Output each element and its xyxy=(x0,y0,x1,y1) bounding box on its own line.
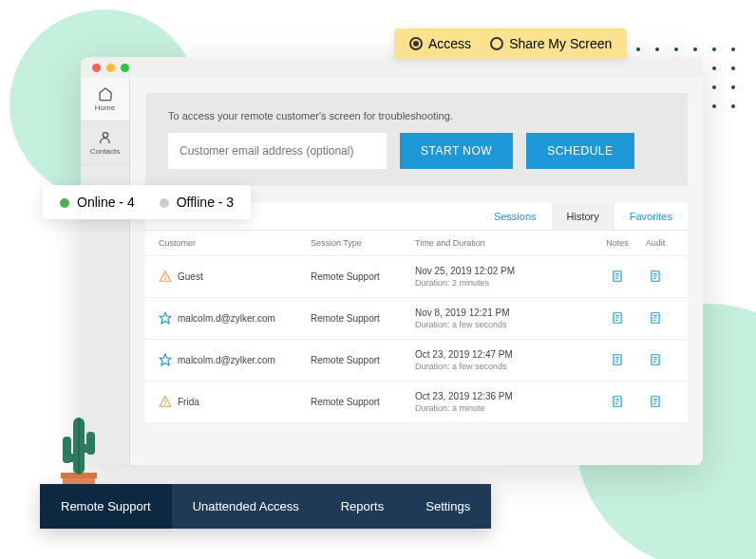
app-window: Home Contacts To access your remote cust… xyxy=(81,57,703,465)
window-titlebar xyxy=(81,57,703,78)
minimize-icon[interactable] xyxy=(106,64,115,72)
notes-button[interactable] xyxy=(598,395,636,410)
table-row[interactable]: FridaRemote SupportOct 23, 2019 12:36 PM… xyxy=(145,382,688,423)
svg-point-30 xyxy=(165,403,166,404)
session-type: Remote Support xyxy=(311,397,415,407)
sidebar-item-home[interactable]: Home xyxy=(81,78,129,121)
access-instruction: To access your remote customer's screen … xyxy=(168,110,665,121)
sidebar-contacts-label: Contacts xyxy=(90,147,121,156)
contacts-icon xyxy=(98,130,113,145)
tab-sessions[interactable]: Sessions xyxy=(479,203,552,230)
access-box: To access your remote customer's screen … xyxy=(145,93,688,186)
tab-favorites[interactable]: Favorites xyxy=(614,203,688,230)
warning-icon xyxy=(159,270,172,285)
radio-selected-icon xyxy=(409,37,423,50)
customer-email-input[interactable] xyxy=(168,133,387,169)
svg-point-2 xyxy=(165,278,166,279)
svg-rect-45 xyxy=(63,454,78,462)
notes-button[interactable] xyxy=(598,270,636,285)
status-pill: Online - 4 Offline - 3 xyxy=(43,185,251,219)
customer-name: Frida xyxy=(178,397,199,407)
time-duration: Nov 25, 2019 12:02 PMDuration: 2 minutes xyxy=(415,266,598,288)
col-session-type: Session Type xyxy=(311,238,415,248)
nav-settings[interactable]: Settings xyxy=(405,484,491,529)
nav-unattended-access[interactable]: Unattended Access xyxy=(172,484,320,529)
svg-marker-20 xyxy=(160,354,171,365)
share-screen-radio[interactable]: Share My Screen xyxy=(490,36,612,51)
nav-remote-support[interactable]: Remote Support xyxy=(40,484,172,529)
start-now-button[interactable]: START NOW xyxy=(400,133,513,169)
customer-name: malcolm.d@zylker.com xyxy=(178,355,275,365)
audit-button[interactable] xyxy=(636,395,674,410)
main-panel: To access your remote customer's screen … xyxy=(130,78,703,465)
share-label: Share My Screen xyxy=(509,36,612,51)
offline-status: Offline - 3 xyxy=(160,195,234,210)
bottom-nav: Remote Support Unattended Access Reports… xyxy=(40,484,491,529)
time-duration: Oct 23, 2019 12:47 PMDuration: a few sec… xyxy=(415,349,598,371)
home-icon xyxy=(98,86,113,102)
nav-reports[interactable]: Reports xyxy=(320,484,406,529)
session-type: Remote Support xyxy=(311,355,415,365)
table-row[interactable]: malcolm.d@zylker.comRemote SupportNov 8,… xyxy=(145,298,688,340)
svg-rect-46 xyxy=(81,444,95,453)
col-notes: Notes xyxy=(598,238,636,248)
audit-button[interactable] xyxy=(636,353,674,368)
tab-history[interactable]: History xyxy=(552,203,614,230)
table-body: GuestRemote SupportNov 25, 2019 12:02 PM… xyxy=(145,256,688,423)
access-label: Access xyxy=(428,36,471,51)
audit-button[interactable] xyxy=(636,311,674,326)
access-radio[interactable]: Access xyxy=(409,36,471,51)
online-label: Online - 4 xyxy=(77,195,135,210)
maximize-icon[interactable] xyxy=(121,64,129,72)
notes-button[interactable] xyxy=(598,353,636,368)
star-icon xyxy=(159,311,172,326)
offline-label: Offline - 3 xyxy=(177,195,234,210)
table-row[interactable]: GuestRemote SupportNov 25, 2019 12:02 PM… xyxy=(145,256,688,298)
close-icon[interactable] xyxy=(92,64,101,72)
svg-marker-11 xyxy=(160,312,171,324)
warning-icon xyxy=(159,395,172,410)
online-status: Online - 4 xyxy=(60,195,135,210)
sidebar-home-label: Home xyxy=(95,103,115,112)
sidebar-item-contacts[interactable]: Contacts xyxy=(81,121,129,165)
schedule-button[interactable]: SCHEDULE xyxy=(526,133,633,169)
table-row[interactable]: malcolm.d@zylker.comRemote SupportOct 23… xyxy=(145,340,688,382)
customer-name: Guest xyxy=(178,271,203,282)
time-duration: Nov 8, 2019 12:21 PMDuration: a few seco… xyxy=(415,307,598,329)
col-audit: Audit xyxy=(636,238,674,248)
session-type: Remote Support xyxy=(311,313,415,324)
table-header: Customer Session Type Time and Duration … xyxy=(145,231,688,256)
online-dot-icon xyxy=(60,198,69,208)
col-customer: Customer xyxy=(159,238,311,248)
star-icon xyxy=(159,353,172,368)
audit-button[interactable] xyxy=(636,270,674,285)
customer-name: malcolm.d@zylker.com xyxy=(178,313,275,324)
col-time: Time and Duration xyxy=(415,238,598,248)
svg-point-0 xyxy=(103,133,107,138)
access-mode-pill: Access Share My Screen xyxy=(394,28,627,59)
offline-dot-icon xyxy=(160,198,169,208)
radio-icon xyxy=(490,37,503,50)
session-type: Remote Support xyxy=(311,271,415,282)
notes-button[interactable] xyxy=(598,311,636,326)
time-duration: Oct 23, 2019 12:36 PMDuration: a minute xyxy=(415,391,598,413)
